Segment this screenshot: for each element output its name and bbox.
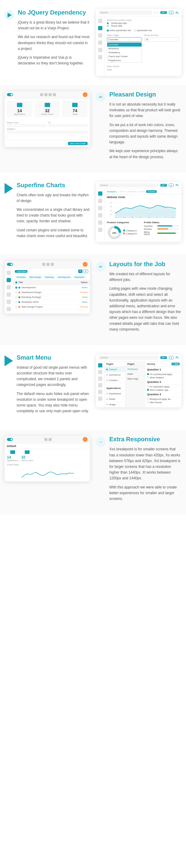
sidebar-icon-blank[interactable] (98, 55, 102, 59)
svg-text:Jun: Jun (156, 217, 158, 218)
nav-item-content[interactable]: Content (105, 378, 125, 383)
panel1-icon-2[interactable] (98, 370, 102, 374)
panel1-icon-6[interactable] (98, 397, 102, 401)
sidebar-icon-dashboard[interactable] (98, 26, 102, 30)
nav-dot-default (106, 369, 108, 370)
panel1-icon-1[interactable] (98, 363, 102, 368)
mock-resp-chart: Chart View (4, 463, 90, 482)
item-checkbox-1[interactable] (15, 287, 17, 288)
item-checkbox-2[interactable] (15, 291, 17, 293)
responsive-text-1: Xxs breakpoint is for smaller screens th… (109, 446, 182, 481)
mock-view-list[interactable]: ☰ (78, 270, 82, 273)
radio-option-1[interactable] (107, 22, 109, 24)
nav-item-detail[interactable]: Detail (105, 397, 125, 402)
sidebar-analytics-6[interactable] (98, 228, 102, 232)
mock-profile-col: Profile Status Expertise Reviews (144, 221, 179, 240)
mock-search-smart[interactable]: Search (99, 356, 158, 360)
sidebar-analytics-1[interactable] (98, 191, 102, 196)
mock-icon-3 (49, 93, 52, 96)
item-checkbox-3[interactable] (15, 297, 17, 298)
item-checkbox-4[interactable] (15, 301, 17, 303)
sidebar-analytics-5[interactable] (98, 220, 102, 225)
nav-item-default[interactable]: Default (105, 367, 125, 372)
list-item-4[interactable]: Illustration Work Active (13, 300, 90, 305)
mock-badge-apt2: APT (160, 184, 167, 187)
sidebar-analytics-2[interactable] (98, 199, 102, 203)
item-dot-3 (18, 297, 20, 298)
mock-connect-btn[interactable]: Connect (146, 190, 156, 193)
mock-add-btn[interactable]: + Add New (15, 270, 28, 273)
mock-resp-stat-2: 32 Active Users (22, 450, 33, 462)
mock-select-input[interactable]: Concrete (107, 37, 142, 42)
mock-form-area: Select the system style Default app styl… (105, 16, 182, 76)
mock-analytics-header: Search APT ▲ PL (96, 182, 182, 189)
survey-check-6[interactable] (147, 401, 149, 403)
mock-save-btn[interactable]: Save and Create (68, 142, 87, 145)
mock-tag-brand[interactable]: Branding (44, 276, 55, 279)
list-item-1[interactable]: Development Active (13, 285, 90, 290)
survey-option-6: After timeout (145, 401, 182, 404)
survey-check-1[interactable] (147, 373, 149, 375)
checkbox-1[interactable] (107, 30, 109, 31)
sidebar-icon-menu[interactable] (98, 48, 102, 52)
mock-resp-stats: 14 Applications 32 Active Users (4, 449, 90, 463)
subnav-item-2[interactable]: Detail (125, 372, 145, 376)
nav-item-image[interactable]: Image (105, 402, 125, 407)
sidebar-analytics-4[interactable] (98, 213, 102, 217)
mock-tag-all[interactable]: All Media (15, 276, 27, 279)
mock-tag-web[interactable]: Web Design (28, 276, 43, 279)
sidebar-layout-6[interactable] (7, 307, 11, 311)
mock-date-picker: Date Picker Date (107, 65, 179, 71)
section-smart-menu: Smart Menu Instead of good old single pa… (0, 345, 186, 430)
mock-toggle[interactable] (7, 93, 13, 96)
mock-search-bar[interactable]: Search (99, 10, 152, 14)
sidebar-layout-3[interactable] (7, 285, 11, 289)
nav-dot-sommerce (106, 374, 108, 376)
mock-text-area[interactable] (7, 134, 87, 140)
panel1-icon-4[interactable] (98, 383, 102, 388)
sidebar-icon-home[interactable] (98, 19, 102, 23)
radio-option-2[interactable] (107, 25, 109, 27)
mock-sidebar-charts (96, 189, 105, 242)
survey-option-5: Background apply, &a... (145, 397, 182, 401)
mock-search-analytics[interactable]: Search (99, 183, 158, 187)
mock-tag-dev[interactable]: Development (57, 276, 72, 279)
sidebar-layout-1[interactable] (7, 271, 11, 275)
list-item-5[interactable]: Web Design Project Pending (13, 305, 90, 309)
mock-layouts-toggle[interactable] (7, 263, 13, 266)
mock-tag-illus[interactable]: Illustration (73, 276, 86, 279)
mock-icon-l2 (46, 263, 49, 266)
list-item-2[interactable]: Dashboard Design Pending (13, 290, 90, 295)
mock-layouts-main: + Add New ☰ ⊞ All Media Web Design Brand… (13, 268, 90, 314)
bar-billing (157, 232, 176, 234)
sidebar-layout-5[interactable] (7, 300, 11, 304)
layouts-text-1: We created lots of different layouts for… (109, 271, 182, 283)
subnav-item-3[interactable]: Blank Page (125, 376, 145, 381)
subnav-item-1[interactable]: Dashboard (125, 367, 145, 372)
mock-survey-btn[interactable]: + Add (172, 363, 180, 365)
survey-check-5[interactable] (147, 398, 149, 400)
survey-check-2[interactable] (147, 376, 149, 378)
sidebar-analytics-3[interactable] (98, 206, 102, 210)
checkbox-2[interactable] (134, 30, 136, 31)
survey-check-3[interactable] (147, 385, 149, 388)
nav-item-sommerce[interactable]: Sommerce (105, 372, 125, 378)
mock-entries-input[interactable]: 10 (144, 37, 179, 42)
sidebar-layout-4[interactable] (7, 292, 11, 297)
panel1-icon-3[interactable] (98, 376, 102, 381)
mock-view-grid[interactable]: ⊞ (83, 270, 88, 273)
mock-badge-apt3: APT (160, 356, 167, 359)
list-item-3[interactable]: Branding Package Done (13, 295, 90, 300)
mock-resp-toggle[interactable] (7, 438, 13, 441)
mock-donut-chart: 25% (107, 225, 122, 240)
mock-sidebar-layouts (4, 268, 13, 314)
panel1-icon-5[interactable] (98, 390, 102, 394)
select-all-checkbox[interactable] (15, 282, 17, 283)
survey-check-4[interactable] (147, 389, 149, 391)
item-checkbox-5[interactable] (15, 306, 17, 308)
section-charts-mock: Search APT ▲ PL Analytics (96, 182, 182, 242)
nav-item-dashboard[interactable]: Dashboard (105, 391, 125, 397)
sidebar-icon-apps[interactable] (98, 40, 102, 45)
sidebar-icon-pages[interactable] (98, 33, 102, 37)
sidebar-layout-2[interactable] (7, 278, 11, 282)
